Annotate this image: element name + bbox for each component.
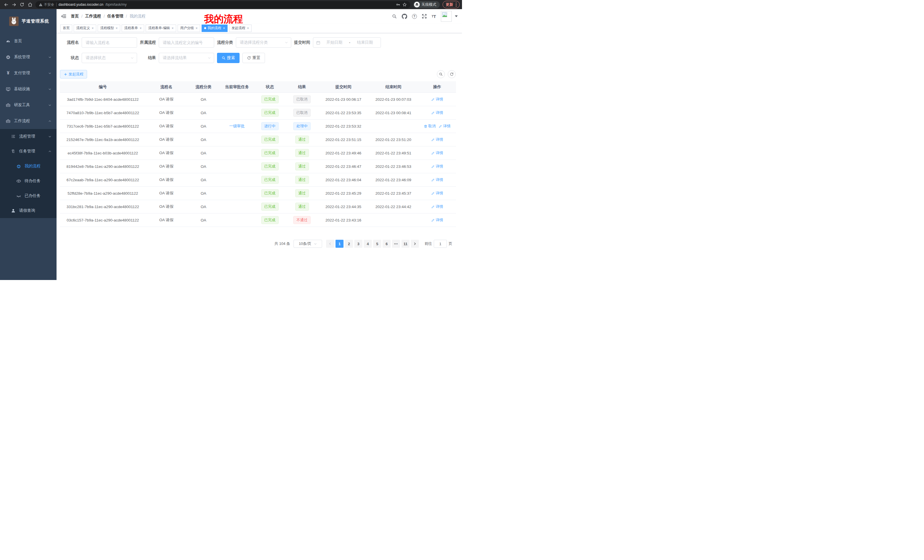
detail-link[interactable]: 详情 [431,150,443,156]
refresh-table-button[interactable] [448,70,456,78]
detail-link[interactable]: 详情 [439,124,451,129]
detail-link[interactable]: 详情 [431,137,443,142]
chevron-right-icon [413,242,417,246]
fullscreen-icon[interactable] [422,14,427,19]
tab-process-form[interactable]: 流程表单× [122,24,144,32]
detail-link[interactable]: 详情 [431,164,443,169]
breadcrumb-task-mgmt[interactable]: 任务管理 [107,14,123,19]
cell-name: OA 请假 [146,191,187,196]
browser-menu-icon[interactable] [456,3,457,7]
help-icon[interactable]: ? [412,14,417,19]
close-icon[interactable]: × [196,26,198,30]
browser-reload-icon[interactable] [18,1,26,8]
cell-id: 52ffd28e-7b9a-11ec-a290-acde48001122 [60,191,146,196]
breadcrumb: 首页 / 工作流程 / 任务管理 / 我的流程 [71,14,146,19]
category-select[interactable]: 请选择流程分类 [236,37,291,48]
sidebar-item-my-process[interactable]: 我的流程 [0,159,57,174]
detail-link[interactable]: 详情 [431,177,443,183]
breadcrumb-home[interactable]: 首页 [71,14,79,19]
close-icon[interactable]: × [92,26,94,30]
password-key-icon[interactable] [396,2,400,7]
breadcrumb-workflow[interactable]: 工作流程 [85,14,101,19]
address-bar[interactable]: 不安全 dashboard.yudao.iocoder.cn/bpm/task/… [35,1,410,8]
cell-name: OA 请假 [146,124,187,129]
sidebar-item-workflow[interactable]: 工作流程 [0,113,57,129]
detail-link[interactable]: 详情 [431,110,443,115]
browser-forward-icon[interactable] [10,1,18,8]
edit-icon [431,97,435,101]
search-icon[interactable] [392,14,397,19]
cell-end-time: 2022-01-22 23:45:37 [368,191,418,196]
sidebar-item-home[interactable]: 首页 [0,33,57,49]
sidebar-item-process-mgmt[interactable]: 流程管理 [0,129,57,144]
search-button[interactable]: 搜索 [217,53,240,63]
sidebar-item-infra[interactable]: 基础设施 [0,81,57,97]
page-ellipsis[interactable]: ••• [392,240,400,248]
browser-back-icon[interactable] [2,1,10,8]
page-button-3[interactable]: 3 [354,240,362,248]
bookmark-star-icon[interactable] [402,2,407,7]
detail-link[interactable]: 详情 [431,191,443,196]
next-page-button[interactable] [411,240,419,248]
status-badge: 已完成 [261,95,279,103]
avatar[interactable] [441,11,452,22]
close-icon[interactable]: × [172,26,174,30]
result-badge: 不通过 [293,216,310,224]
sidebar-item-done-tasks[interactable]: 已办任务 [0,189,57,203]
sidebar-fold-icon[interactable] [61,13,66,19]
result-select[interactable]: 请选择流结果 [159,53,214,63]
page-button-5[interactable]: 5 [373,240,381,248]
process-name-input[interactable] [82,37,137,48]
cell-id: 819442e8-7b9a-11ec-a290-acde48001122 [60,165,146,169]
cancel-link[interactable]: 取消 [424,124,436,129]
avatar-caret-icon[interactable] [455,15,458,17]
page-button-6[interactable]: 6 [382,240,391,248]
process-key-input[interactable] [159,37,214,48]
detail-link[interactable]: 详情 [431,217,443,223]
detail-link[interactable]: 详情 [431,97,443,102]
cell-id: ec45f38f-7b9a-11ec-b03b-acde48001122 [60,151,146,155]
tab-my-process[interactable]: 我的流程× [202,24,228,32]
close-icon[interactable]: × [223,26,225,30]
flow-node-icon [11,149,16,154]
tab-process-model[interactable]: 流程模型× [98,24,120,32]
font-size-icon[interactable]: TT [432,14,436,19]
current-task-link[interactable]: 一级审批 [229,124,245,129]
prev-page-button[interactable] [326,240,334,248]
browser-update-button[interactable]: 更新 [442,1,460,8]
page-button-2[interactable]: 2 [345,240,353,248]
tab-process-definition[interactable]: 流程定义× [74,24,96,32]
tab-user-group[interactable]: 用户分组× [178,24,200,32]
tab-process-form-edit[interactable]: 流程表单-编辑× [146,24,176,32]
sidebar-item-devtools[interactable]: 研发工具 [0,97,57,113]
sidebar-item-leave-query[interactable]: 请假查询 [0,203,57,218]
date-range-picker[interactable]: 开始日期 - 结束日期 [313,37,381,48]
sidebar-item-system[interactable]: 系统管理 [0,49,57,65]
sidebar-item-task-mgmt[interactable]: 任务管理 [0,144,57,159]
github-icon[interactable] [402,14,407,19]
create-process-button[interactable]: 发起流程 [60,70,87,78]
tab-home[interactable]: 首页 [60,24,72,32]
close-icon[interactable]: × [247,26,249,30]
page-button-1[interactable]: 1 [336,240,344,248]
cell-submit-time: 2022-01-22 23:46:04 [318,178,368,182]
page-button-4[interactable]: 4 [364,240,372,248]
app-logo[interactable]: 芋道管理系统 [0,9,57,33]
chevron-up-icon [48,150,51,153]
page-size-select[interactable]: 10条/页 [294,240,322,248]
cell-end-time: 2022-01-23 00:07:03 [368,97,418,102]
sidebar-item-payment[interactable]: ¥ 支付管理 [0,65,57,81]
page-button-11[interactable]: 11 [402,240,410,248]
tab-start-process[interactable]: 发起流程× [229,24,252,32]
close-icon[interactable]: × [140,26,142,30]
goto-page-input[interactable] [434,240,447,248]
monitor-icon [6,87,10,91]
sidebar-item-todo-tasks[interactable]: 待办任务 [0,174,57,189]
status-select[interactable]: 请选择状态 [82,53,137,63]
close-icon[interactable]: × [116,26,118,30]
toggle-search-button[interactable] [437,70,445,78]
security-warning: 不安全 [39,2,54,7]
browser-home-icon[interactable] [26,1,34,8]
reset-button[interactable]: 重置 [242,53,265,63]
detail-link[interactable]: 详情 [431,204,443,209]
